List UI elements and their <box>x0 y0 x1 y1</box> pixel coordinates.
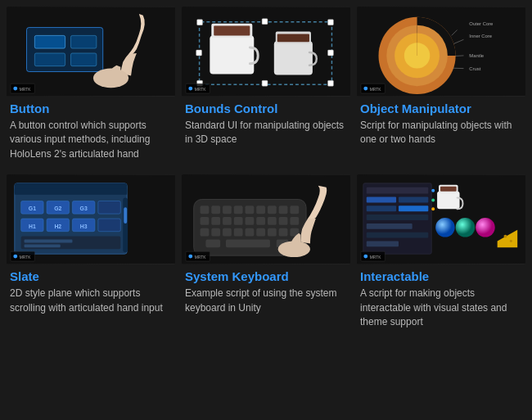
svg-text:Inner Core: Inner Core <box>469 34 492 38</box>
svg-point-6 <box>93 69 128 88</box>
svg-text:Crust: Crust <box>469 66 480 71</box>
svg-rect-81 <box>290 205 299 214</box>
card-object-title: Object Manipulator <box>360 102 522 115</box>
svg-rect-117 <box>367 233 429 238</box>
svg-rect-62 <box>98 219 120 232</box>
svg-rect-80 <box>279 205 288 214</box>
card-slate-image: G1 G2 G3 H1 H2 H3 <box>7 174 175 264</box>
card-object-desc: Script for manipulating objects with one… <box>360 119 522 147</box>
svg-point-127 <box>476 218 495 237</box>
svg-rect-84 <box>223 217 232 225</box>
svg-rect-16 <box>277 34 309 42</box>
svg-text:MRTK: MRTK <box>20 255 32 260</box>
svg-rect-111 <box>367 197 396 203</box>
svg-text:Mantle: Mantle <box>469 53 484 58</box>
svg-rect-19 <box>328 20 334 25</box>
svg-point-126 <box>456 218 476 237</box>
svg-rect-23 <box>262 80 268 86</box>
svg-rect-91 <box>201 228 210 237</box>
svg-text:MRTK: MRTK <box>195 255 207 260</box>
card-keyboard-title: System Keyboard <box>185 269 347 283</box>
svg-rect-76 <box>234 205 243 214</box>
card-slate-desc: 2D style plane which supports scrolling … <box>10 287 172 315</box>
card-button-title: Button <box>10 102 172 115</box>
svg-rect-97 <box>268 228 277 237</box>
svg-rect-110 <box>367 187 429 194</box>
svg-rect-66 <box>25 240 73 243</box>
svg-rect-88 <box>268 217 277 225</box>
svg-rect-92 <box>211 228 220 237</box>
card-button[interactable]: MRTK Button A button control which suppo… <box>7 7 175 168</box>
card-bounds-desc: Standard UI for manipulating objects in … <box>185 119 347 147</box>
card-button-image: MRTK <box>7 7 175 97</box>
svg-rect-82 <box>201 217 210 225</box>
svg-point-27 <box>188 87 192 91</box>
card-system-keyboard[interactable]: MRTK System Keyboard Example script of u… <box>182 174 350 336</box>
svg-rect-11 <box>210 35 254 74</box>
svg-rect-14 <box>274 41 313 75</box>
svg-rect-73 <box>201 205 210 214</box>
svg-rect-63 <box>123 198 128 253</box>
card-interactable[interactable]: MRTK Interactable A script for making ob… <box>357 174 525 336</box>
card-button-desc: A button control which supports various … <box>10 119 172 161</box>
card-bounds-title: Bounds Control <box>185 102 347 115</box>
svg-rect-48 <box>15 189 127 195</box>
card-keyboard-body: System Keyboard Example script of using … <box>182 264 350 322</box>
svg-rect-114 <box>399 205 428 211</box>
svg-rect-79 <box>268 205 277 214</box>
card-interactable-title: Interactable <box>360 269 522 283</box>
svg-point-129 <box>504 235 507 238</box>
svg-rect-100 <box>205 240 220 248</box>
card-bounds-control[interactable]: MRTK Bounds Control Standard UI for mani… <box>182 7 350 168</box>
svg-text:MRTK: MRTK <box>370 255 382 260</box>
svg-text:Outer Core: Outer Core <box>469 21 493 26</box>
svg-rect-95 <box>245 228 254 237</box>
card-object-body: Object Manipulator Script for manipulati… <box>357 97 525 154</box>
svg-rect-85 <box>234 217 243 225</box>
svg-rect-118 <box>367 242 399 247</box>
svg-text:H2: H2 <box>54 224 61 229</box>
svg-text:G2: G2 <box>54 205 61 211</box>
card-button-body: Button A button control which supports v… <box>7 97 175 168</box>
card-object-image: Outer Core Inner Core Mantle Crust <box>357 7 525 97</box>
card-slate[interactable]: G1 G2 G3 H1 H2 H3 <box>7 174 175 336</box>
svg-rect-3 <box>34 53 65 66</box>
svg-text:H3: H3 <box>80 224 88 229</box>
svg-point-130 <box>510 240 512 242</box>
svg-point-119 <box>431 189 435 192</box>
card-bounds-body: Bounds Control Standard UI for manipulat… <box>182 97 350 154</box>
svg-rect-55 <box>98 201 120 215</box>
svg-text:MRTK: MRTK <box>370 88 382 92</box>
svg-rect-24 <box>196 50 202 56</box>
svg-rect-98 <box>279 228 288 237</box>
svg-rect-101 <box>226 240 270 248</box>
card-grid: MRTK Button A button control which suppo… <box>7 7 525 336</box>
svg-point-43 <box>363 87 367 91</box>
svg-rect-87 <box>256 217 265 225</box>
svg-rect-25 <box>328 50 334 56</box>
svg-point-106 <box>188 255 192 259</box>
svg-rect-77 <box>245 205 254 214</box>
card-interactable-body: Interactable A script for making objects… <box>357 264 525 336</box>
svg-rect-21 <box>328 80 334 86</box>
svg-rect-113 <box>367 205 396 211</box>
svg-text:H1: H1 <box>29 224 36 229</box>
svg-rect-67 <box>25 245 61 248</box>
svg-rect-74 <box>211 205 220 214</box>
svg-rect-83 <box>211 217 220 225</box>
svg-rect-96 <box>256 228 265 237</box>
svg-rect-78 <box>256 205 265 214</box>
svg-rect-75 <box>223 205 232 214</box>
card-object-manipulator[interactable]: Outer Core Inner Core Mantle Crust <box>357 7 525 168</box>
svg-rect-93 <box>223 228 232 237</box>
svg-point-121 <box>431 207 435 210</box>
card-slate-title: Slate <box>10 269 172 283</box>
card-bounds-image: MRTK <box>182 7 350 97</box>
svg-rect-13 <box>214 26 250 36</box>
svg-rect-89 <box>279 217 288 225</box>
svg-point-132 <box>363 255 367 259</box>
svg-rect-4 <box>70 35 96 48</box>
card-keyboard-desc: Example script of using the system keybo… <box>185 287 347 315</box>
svg-point-69 <box>13 255 17 259</box>
svg-rect-86 <box>245 217 254 225</box>
